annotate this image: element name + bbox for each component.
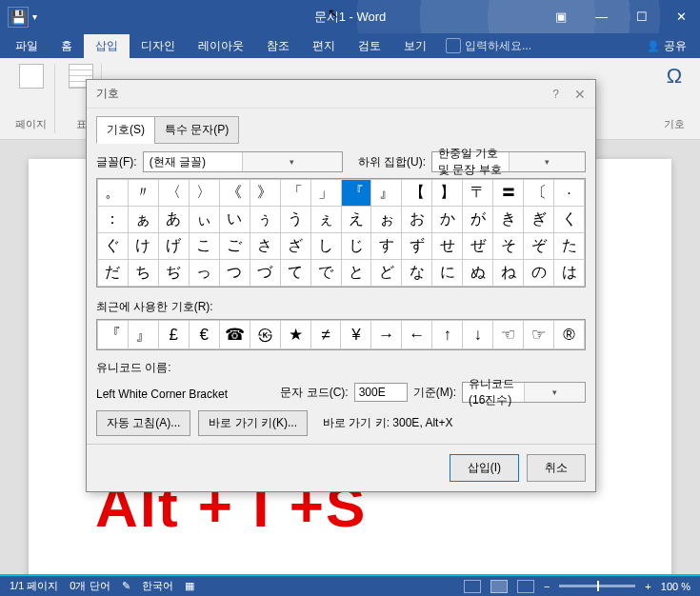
symbol-cell[interactable]: · bbox=[554, 180, 585, 207]
recent-grid[interactable]: 『』£€☎㉿★≠¥→←↑↓☜☞® bbox=[96, 319, 586, 350]
tab-file[interactable]: 파일 bbox=[4, 34, 50, 58]
symbol-cell[interactable]: 「 bbox=[280, 180, 310, 207]
view-web-button[interactable] bbox=[517, 580, 534, 593]
symbol-grid[interactable]: 。〃〈〉《》「」『』【】〒〓〔·：ぁあぃいぅうぇえぉおかがきぎくぐけげこごさざし… bbox=[96, 178, 586, 288]
symbol-cell[interactable]: 〈 bbox=[158, 180, 189, 207]
recent-symbol-cell[interactable]: ☞ bbox=[524, 321, 554, 349]
symbol-cell[interactable]: ： bbox=[98, 207, 129, 233]
zoom-level[interactable]: 100 % bbox=[661, 581, 690, 592]
maximize-button[interactable]: ☐ bbox=[630, 6, 653, 28]
status-language[interactable]: 한국어 bbox=[142, 579, 173, 593]
recent-symbol-cell[interactable]: ← bbox=[402, 321, 432, 349]
recent-symbol-cell[interactable]: € bbox=[189, 321, 219, 349]
symbol-cell[interactable]: 〔 bbox=[524, 180, 554, 207]
dialog-title-bar[interactable]: 기호 ? ✕ bbox=[87, 80, 595, 109]
symbol-cell[interactable]: ぅ bbox=[250, 207, 280, 233]
recent-symbol-cell[interactable]: ↓ bbox=[463, 321, 493, 349]
symbol-cell[interactable]: き bbox=[493, 207, 524, 233]
symbol-cell[interactable]: こ bbox=[189, 233, 219, 260]
subset-dropdown[interactable]: 한중일 기호 및 문장 부호 ▾ bbox=[431, 151, 586, 172]
symbol-cell[interactable]: た bbox=[554, 233, 585, 260]
close-button[interactable]: ✕ bbox=[670, 6, 692, 28]
symbol-cell[interactable]: ず bbox=[402, 233, 432, 260]
tab-references[interactable]: 참조 bbox=[255, 34, 301, 58]
view-print-button[interactable] bbox=[490, 580, 508, 593]
dialog-tab-symbols[interactable]: 기호(S) bbox=[96, 116, 155, 144]
recent-symbol-cell[interactable]: 『 bbox=[98, 321, 129, 349]
minimize-button[interactable]: — bbox=[590, 6, 613, 28]
symbol-cell[interactable]: ぐ bbox=[98, 233, 129, 260]
status-page[interactable]: 1/1 페이지 bbox=[10, 579, 58, 593]
symbol-cell[interactable]: が bbox=[463, 207, 493, 233]
tab-mailings[interactable]: 편지 bbox=[301, 34, 347, 58]
zoom-slider[interactable] bbox=[559, 585, 635, 587]
recent-symbol-cell[interactable]: ↑ bbox=[432, 321, 463, 349]
status-words[interactable]: 0개 단어 bbox=[70, 579, 110, 593]
symbol-cell[interactable]: て bbox=[280, 260, 310, 287]
symbol-cell[interactable]: け bbox=[128, 233, 158, 260]
symbol-cell[interactable]: 【 bbox=[402, 180, 432, 207]
symbol-cell[interactable]: ぎ bbox=[524, 207, 554, 233]
symbol-cell[interactable]: せ bbox=[432, 233, 463, 260]
tab-home[interactable]: 홈 bbox=[50, 34, 84, 58]
ribbon-group-pages[interactable]: 페이지 bbox=[8, 64, 55, 133]
symbol-cell[interactable]: の bbox=[524, 260, 554, 287]
view-read-button[interactable] bbox=[464, 580, 481, 593]
zoom-in-button[interactable]: + bbox=[645, 581, 650, 592]
symbol-cell[interactable]: 」 bbox=[310, 180, 341, 207]
tab-layout[interactable]: 레이아웃 bbox=[187, 34, 255, 58]
dialog-help-button[interactable]: ? bbox=[552, 88, 559, 101]
symbol-cell[interactable]: ね bbox=[493, 260, 524, 287]
symbol-cell[interactable]: ぬ bbox=[463, 260, 493, 287]
char-code-input[interactable] bbox=[354, 383, 408, 402]
symbol-cell[interactable]: と bbox=[341, 260, 371, 287]
symbol-cell[interactable]: い bbox=[219, 207, 250, 233]
symbol-cell[interactable]: 〃 bbox=[128, 180, 158, 207]
symbol-cell[interactable]: ご bbox=[219, 233, 250, 260]
symbol-cell[interactable]: さ bbox=[250, 233, 280, 260]
symbol-cell[interactable]: は bbox=[554, 260, 585, 287]
symbol-cell[interactable]: か bbox=[432, 207, 463, 233]
symbol-cell[interactable]: そ bbox=[493, 233, 524, 260]
qat-dropdown-icon[interactable]: ▾ bbox=[32, 11, 37, 22]
recent-symbol-cell[interactable]: ★ bbox=[280, 321, 310, 349]
dialog-close-button[interactable]: ✕ bbox=[574, 87, 586, 102]
symbol-cell[interactable]: 】 bbox=[432, 180, 463, 207]
ribbon-group-symbol[interactable]: Ω 기호 bbox=[656, 64, 692, 133]
tab-design[interactable]: 디자인 bbox=[130, 34, 187, 58]
recent-symbol-cell[interactable]: ☜ bbox=[493, 321, 524, 349]
tab-insert[interactable]: 삽입 bbox=[84, 34, 130, 58]
recent-symbol-cell[interactable]: → bbox=[371, 321, 402, 349]
symbol-cell[interactable]: あ bbox=[158, 207, 189, 233]
symbol-cell[interactable]: ぇ bbox=[310, 207, 341, 233]
symbol-cell[interactable]: げ bbox=[158, 233, 189, 260]
symbol-cell[interactable]: ざ bbox=[280, 233, 310, 260]
zoom-out-button[interactable]: − bbox=[544, 581, 550, 592]
symbol-cell[interactable]: ぜ bbox=[463, 233, 493, 260]
recent-symbol-cell[interactable]: 』 bbox=[128, 321, 158, 349]
recent-symbol-cell[interactable]: ≠ bbox=[310, 321, 341, 349]
tab-review[interactable]: 검토 bbox=[347, 34, 392, 58]
symbol-cell[interactable]: ぁ bbox=[128, 207, 158, 233]
recent-symbol-cell[interactable]: ¥ bbox=[341, 321, 371, 349]
status-proofing-icon[interactable]: ✎ bbox=[122, 580, 130, 592]
symbol-cell[interactable]: つ bbox=[219, 260, 250, 287]
from-dropdown[interactable]: 유니코드(16진수) ▾ bbox=[462, 382, 586, 403]
status-macro-icon[interactable]: ▦ bbox=[185, 580, 194, 592]
symbol-cell[interactable]: し bbox=[310, 233, 341, 260]
autocorrect-button[interactable]: 자동 고침(A)... bbox=[96, 410, 190, 436]
symbol-cell[interactable]: く bbox=[554, 207, 585, 233]
shortcut-key-button[interactable]: 바로 가기 키(K)... bbox=[198, 410, 308, 436]
symbol-cell[interactable]: 《 bbox=[219, 180, 250, 207]
symbol-cell[interactable]: 『 bbox=[341, 180, 371, 207]
symbol-cell[interactable]: だ bbox=[98, 260, 129, 287]
recent-symbol-cell[interactable]: ® bbox=[553, 321, 584, 349]
share-button[interactable]: 공유 bbox=[637, 34, 696, 58]
symbol-cell[interactable]: 』 bbox=[371, 180, 402, 207]
symbol-cell[interactable]: え bbox=[341, 207, 371, 233]
recent-symbol-cell[interactable]: ☎ bbox=[219, 321, 250, 349]
symbol-cell[interactable]: 。 bbox=[98, 180, 129, 207]
symbol-cell[interactable]: 〒 bbox=[463, 180, 493, 207]
symbol-cell[interactable]: に bbox=[432, 260, 463, 287]
symbol-cell[interactable]: っ bbox=[189, 260, 219, 287]
